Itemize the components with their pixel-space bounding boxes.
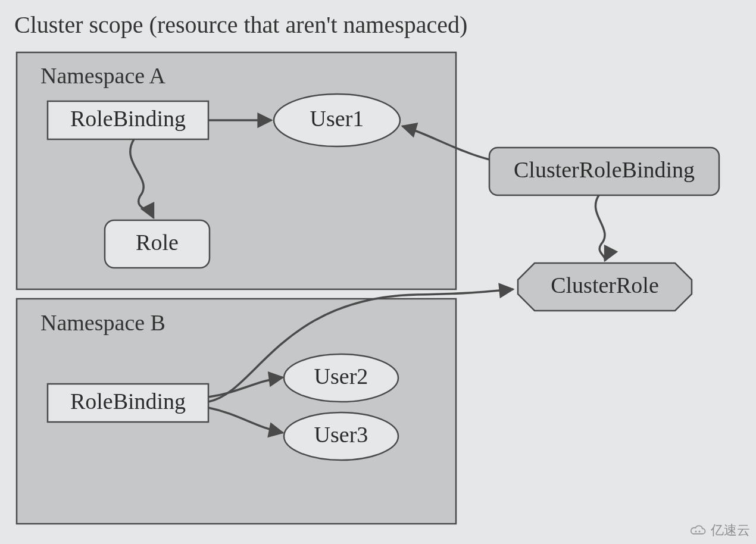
user3-label: User3 — [314, 422, 368, 447]
rolebinding-a-label: RoleBinding — [70, 106, 186, 131]
rolebinding-b-label: RoleBinding — [70, 389, 186, 414]
user1-label: User1 — [310, 106, 364, 131]
role-label: Role — [136, 230, 179, 255]
watermark: 亿速云 — [689, 521, 750, 539]
edge-clusterRoleBinding-clusterRole — [595, 195, 605, 261]
namespace-a-label: Namespace A — [40, 63, 166, 88]
namespace-b-label: Namespace B — [40, 310, 165, 335]
user2-label: User2 — [314, 364, 368, 389]
clusterrolebinding-label: ClusterRoleBinding — [514, 157, 695, 182]
svg-point-1 — [699, 531, 701, 533]
watermark-label: 亿速云 — [711, 521, 750, 539]
svg-point-0 — [695, 531, 697, 533]
diagram-canvas: Namespace A RoleBinding User1 Role Names… — [0, 0, 756, 544]
clusterrole-label: ClusterRole — [551, 273, 659, 298]
